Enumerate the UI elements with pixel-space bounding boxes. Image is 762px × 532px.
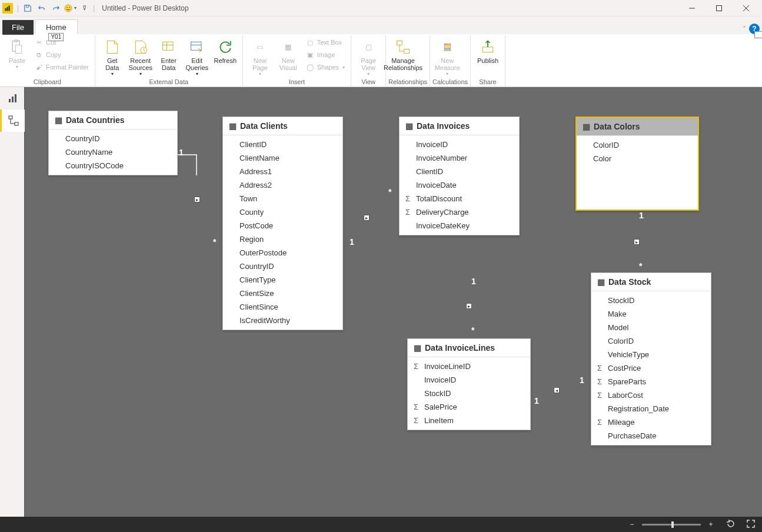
table-field[interactable]: StockID	[591, 294, 711, 307]
zoom-track[interactable]	[642, 524, 701, 526]
table-field[interactable]: StockID	[408, 387, 530, 400]
cardinality-one: 1	[534, 396, 539, 405]
table-field[interactable]: ΣLineItem	[408, 414, 530, 427]
tab-home[interactable]: Home Y01	[35, 19, 78, 35]
image-button[interactable]: ▣Image	[303, 49, 347, 61]
relationship-joint[interactable]: ▸	[364, 215, 370, 221]
table-field[interactable]: OuterPostode	[223, 246, 342, 260]
table-field[interactable]: ΣInvoiceLineID	[408, 360, 530, 373]
table-field[interactable]: InvoiceDate	[400, 178, 519, 192]
field-name: CountryName	[65, 148, 112, 157]
table-field[interactable]: ΣCostPrice	[591, 361, 711, 375]
report-view-button[interactable]	[0, 87, 25, 109]
redo-icon[interactable]	[49, 2, 62, 15]
table-field[interactable]: ClientType	[223, 273, 342, 287]
titlebar: | ▾ ⊽ | Untitled - Power BI Desktop	[0, 0, 762, 16]
undo-icon[interactable]	[35, 2, 48, 15]
enter-data-icon	[159, 38, 178, 56]
save-icon[interactable]	[21, 2, 34, 15]
table-field[interactable]: ColorID	[577, 138, 698, 152]
table-data-countries[interactable]: ▦Data Countries CountryIDCountryNameCoun…	[48, 111, 178, 175]
table-field[interactable]: Color	[577, 152, 698, 165]
new-visual-button[interactable]: ▦New Visual	[275, 36, 302, 72]
edit-queries-button[interactable]: Edit Queries▾	[184, 36, 211, 78]
collapse-ribbon-icon[interactable]: ˆ	[743, 25, 746, 32]
close-button[interactable]	[733, 0, 760, 16]
smiley-icon[interactable]: ▾	[64, 2, 76, 15]
table-field[interactable]: PurchaseDate	[591, 429, 711, 443]
table-data-stock[interactable]: ▦Data Stock StockIDMakeModelColorIDVehic…	[591, 272, 711, 445]
relationship-joint[interactable]: ▸	[466, 303, 472, 309]
publish-button[interactable]: Publish	[474, 36, 501, 65]
table-field[interactable]: InvoiceID	[400, 138, 519, 151]
recent-sources-button[interactable]: Recent Sources▾	[127, 36, 154, 78]
table-field[interactable]: Region	[223, 232, 342, 246]
table-field[interactable]: InvoiceID	[408, 373, 530, 387]
relationship-joint[interactable]: ▸	[634, 239, 640, 245]
page-view-button[interactable]: ▢Page View▾	[355, 36, 382, 78]
table-field[interactable]: Model	[591, 321, 711, 334]
enter-data-button[interactable]: Enter Data	[155, 36, 182, 72]
table-field[interactable]: Registration_Date	[591, 402, 711, 415]
copy-button[interactable]: ⧉Copy	[32, 49, 91, 61]
field-name: ClientSize	[239, 289, 274, 298]
field-name: SalePrice	[424, 403, 457, 411]
table-fields: ClientIDClientNameAddress1Address2TownCo…	[223, 135, 342, 330]
help-icon[interactable]: ? Y(	[749, 24, 760, 34]
table-field[interactable]: ClientName	[223, 151, 342, 165]
table-field[interactable]: Address2	[223, 178, 342, 192]
svg-rect-13	[15, 45, 22, 54]
paste-button[interactable]: Paste ▾	[4, 36, 31, 71]
fit-screen-icon[interactable]	[744, 519, 757, 530]
table-field[interactable]: ΣSpareParts	[591, 375, 711, 388]
table-field[interactable]: PostCode	[223, 219, 342, 232]
model-view-button[interactable]	[0, 109, 25, 132]
table-field[interactable]: ClientID	[223, 138, 342, 151]
table-field[interactable]: CountryID	[223, 260, 342, 273]
qat-customize-icon[interactable]: ⊽	[78, 2, 91, 15]
table-field[interactable]: ΣDeliveryCharge	[400, 205, 519, 219]
table-data-invoices[interactable]: ▦Data Invoices InvoiceIDInvoiceNumberCli…	[399, 117, 520, 235]
zoom-in-button[interactable]: +	[704, 520, 717, 528]
tab-file[interactable]: File	[2, 20, 34, 35]
minimize-button[interactable]	[678, 0, 706, 16]
new-page-button[interactable]: ▭New Page▾	[247, 36, 274, 78]
format-painter-button[interactable]: 🖌Format Painter	[32, 61, 91, 73]
new-measure-button[interactable]: 🧮New Measure▾	[434, 36, 461, 78]
table-field[interactable]: ClientSince	[223, 300, 342, 314]
relationship-joint[interactable]: ▸	[194, 197, 200, 202]
table-field[interactable]: Address1	[223, 165, 342, 178]
table-field[interactable]: ΣLaborCost	[591, 388, 711, 402]
field-name: InvoiceDate	[416, 181, 457, 189]
table-field[interactable]: Make	[591, 307, 711, 321]
table-field[interactable]: CountryISOCode	[49, 159, 177, 172]
maximize-button[interactable]	[706, 0, 733, 16]
table-field[interactable]: ΣSalePrice	[408, 400, 530, 414]
table-field[interactable]: InvoiceNumber	[400, 151, 519, 165]
table-field[interactable]: ΣMileage	[591, 415, 711, 429]
table-field[interactable]: Town	[223, 192, 342, 205]
table-data-colors[interactable]: ▦Data Colors ColorIDColor	[575, 117, 699, 211]
zoom-out-button[interactable]: −	[625, 520, 638, 528]
refresh-button[interactable]: Refresh	[212, 36, 239, 65]
table-field[interactable]: VehicleType	[591, 348, 711, 361]
zoom-slider[interactable]: − +	[625, 520, 717, 528]
table-field[interactable]: ClientID	[400, 165, 519, 178]
table-field[interactable]: IsCreditWorthy	[223, 314, 342, 327]
table-field[interactable]: ClientSize	[223, 287, 342, 300]
table-field[interactable]: County	[223, 205, 342, 219]
table-field[interactable]: InvoiceDateKey	[400, 219, 519, 232]
text-box-button[interactable]: ▢Text Box	[303, 36, 347, 48]
table-field[interactable]: CountryName	[49, 145, 177, 159]
relationship-joint[interactable]: ◂	[554, 387, 560, 393]
model-canvas[interactable]: 1 * ▸ 1 * ▸ 1 * ▸ 1 1 ◂ 1 * ▸ ▦Data Coun…	[25, 87, 762, 517]
manage-relationships-button[interactable]: Manage Relationships	[390, 36, 417, 72]
table-field[interactable]: ΣTotalDiscount	[400, 192, 519, 205]
shapes-button[interactable]: ◯Shapes▾	[303, 61, 347, 73]
table-field[interactable]: CountryID	[49, 132, 177, 145]
reset-view-icon[interactable]	[724, 519, 737, 530]
get-data-button[interactable]: Get Data▾	[99, 36, 126, 78]
table-data-invoicelines[interactable]: ▦Data InvoiceLines ΣInvoiceLineIDInvoice…	[407, 338, 531, 430]
table-field[interactable]: ColorID	[591, 334, 711, 348]
table-data-clients[interactable]: ▦Data Clients ClientIDClientNameAddress1…	[222, 117, 343, 330]
